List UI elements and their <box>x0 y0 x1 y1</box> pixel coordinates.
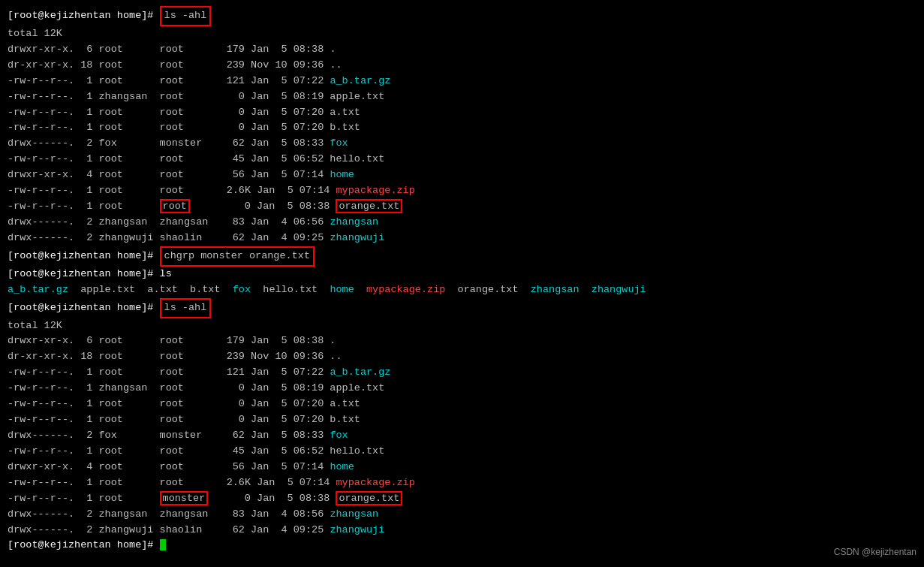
line-8: -rw-r--r--. 1 root root 0 Jan 5 07:20 b.… <box>8 120 916 136</box>
line-4: dr-xr-xr-x. 18 root root 239 Nov 10 09:3… <box>8 58 916 74</box>
terminal-window: [root@kejizhentan home]# ls -ahl total 1… <box>8 6 916 553</box>
line-t3: drwxr-xr-x. 6 root root 179 Jan 5 08:38 … <box>8 333 916 349</box>
line-t4: dr-xr-xr-x. 18 root root 239 Nov 10 09:3… <box>8 349 916 365</box>
line-final: [root@kejizhentan home]# _ <box>8 538 916 553</box>
line-t15: drwx------. 2 zhangwuji shaolin 62 Jan 4… <box>8 523 916 538</box>
line-11: drwxr-xr-x. 4 root root 56 Jan 5 07:14 h… <box>8 167 916 183</box>
line-5: -rw-r--r--. 1 root root 121 Jan 5 07:22 … <box>8 74 916 89</box>
line-12: -rw-r--r--. 1 root root 2.6K Jan 5 07:14… <box>8 183 916 199</box>
line-10: -rw-r--r--. 1 root root 45 Jan 5 06:52 h… <box>8 152 916 167</box>
line-7: -rw-r--r--. 1 root root 0 Jan 5 07:20 a.… <box>8 105 916 121</box>
line-ls-short: [root@kejizhentan home]# ls <box>8 267 916 282</box>
line-t11: drwxr-xr-x. 4 root root 56 Jan 5 07:14 h… <box>8 460 916 475</box>
line-t12: -rw-r--r--. 1 root root 2.6K Jan 5 07:14… <box>8 475 916 491</box>
line-14: drwx------. 2 zhangsan zhangsan 83 Jan 4… <box>8 215 916 231</box>
line-9: drwx------. 2 fox monster 62 Jan 5 08:33… <box>8 136 916 152</box>
line-t9: drwx------. 2 fox monster 62 Jan 5 08:33… <box>8 428 916 444</box>
line-t7: -rw-r--r--. 1 root root 0 Jan 5 07:20 a.… <box>8 397 916 412</box>
line-1: [root@kejizhentan home]# ls -ahl <box>8 6 916 26</box>
line-13: -rw-r--r--. 1 root root 0 Jan 5 08:38 or… <box>8 199 916 215</box>
line-t8: -rw-r--r--. 1 root root 0 Jan 5 07:20 b.… <box>8 412 916 428</box>
line-t10: -rw-r--r--. 1 root root 45 Jan 5 06:52 h… <box>8 444 916 460</box>
line-ls-output: a_b.tar.gz apple.txt a.txt b.txt fox hel… <box>8 282 916 298</box>
line-cmd1: [root@kejizhentan home]# chgrp monster o… <box>8 246 916 267</box>
watermark: CSDN @kejizhentan <box>834 545 916 559</box>
line-cmd2: [root@kejizhentan home]# ls -ahl <box>8 298 916 318</box>
line-3: drwxr-xr-x. 6 root root 179 Jan 5 08:38 … <box>8 42 916 58</box>
line-t6: -rw-r--r--. 1 zhangsan root 0 Jan 5 08:1… <box>8 381 916 397</box>
line-2: total 12K <box>8 26 916 42</box>
line-15: drwx------. 2 zhangwuji shaolin 62 Jan 4… <box>8 231 916 246</box>
line-t2: total 12K <box>8 318 916 334</box>
line-6: -rw-r--r--. 1 zhangsan root 0 Jan 5 08:1… <box>8 89 916 105</box>
line-t5: -rw-r--r--. 1 root root 121 Jan 5 07:22 … <box>8 365 916 381</box>
line-t14: drwx------. 2 zhangsan zhangsan 83 Jan 4… <box>8 507 916 523</box>
line-t13: -rw-r--r--. 1 root monster 0 Jan 5 08:38… <box>8 491 916 507</box>
